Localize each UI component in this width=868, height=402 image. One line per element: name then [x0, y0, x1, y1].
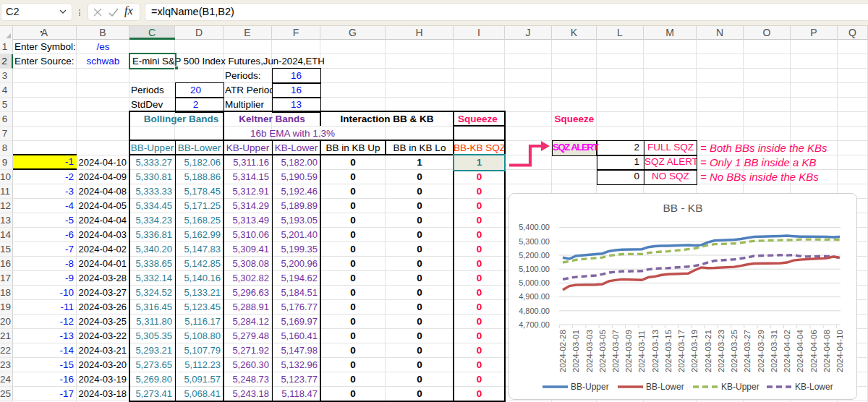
svg-text:2024-04-10: 2024-04-10 — [835, 330, 844, 372]
svg-text:2024-03-27: 2024-03-27 — [743, 330, 752, 372]
svg-text:2024-03-15: 2024-03-15 — [664, 330, 673, 372]
svg-text:4,800.00: 4,800.00 — [519, 307, 550, 315]
svg-text:2024-02-28: 2024-02-28 — [558, 330, 567, 372]
svg-text:2024-03-21: 2024-03-21 — [704, 330, 712, 372]
svg-text:5,400.00: 5,400.00 — [519, 223, 550, 231]
svg-text:2024-03-19: 2024-03-19 — [690, 330, 699, 372]
svg-text:2024-03-11: 2024-03-11 — [637, 330, 646, 372]
svg-text:2024-03-17: 2024-03-17 — [677, 330, 686, 372]
svg-text:2024-03-31: 2024-03-31 — [770, 330, 778, 372]
svg-text:5,200.00: 5,200.00 — [519, 251, 550, 260]
svg-text:2024-03-09: 2024-03-09 — [624, 330, 633, 372]
svg-text:BB-Lower: BB-Lower — [646, 382, 684, 392]
svg-text:4,900.00: 4,900.00 — [519, 292, 550, 301]
svg-text:2024-03-05: 2024-03-05 — [598, 330, 607, 372]
svg-text:2024-03-03: 2024-03-03 — [585, 330, 594, 372]
svg-text:2024-04-08: 2024-04-08 — [822, 330, 831, 372]
svg-text:KB-Upper: KB-Upper — [721, 382, 760, 392]
svg-text:2024-03-23: 2024-03-23 — [717, 330, 726, 372]
svg-text:BB-Upper: BB-Upper — [571, 382, 609, 392]
svg-text:2024-04-02: 2024-04-02 — [783, 330, 791, 372]
svg-text:KB-Lower: KB-Lower — [795, 382, 833, 392]
svg-text:BB - KB: BB - KB — [663, 202, 702, 214]
svg-text:2024-03-13: 2024-03-13 — [651, 330, 660, 372]
svg-text:2024-04-04: 2024-04-04 — [796, 330, 804, 372]
svg-text:2024-03-29: 2024-03-29 — [757, 330, 765, 372]
svg-text:5,100.00: 5,100.00 — [519, 265, 550, 273]
svg-text:5,000.00: 5,000.00 — [519, 278, 550, 287]
svg-text:5,300.00: 5,300.00 — [519, 237, 550, 246]
svg-text:2024-03-07: 2024-03-07 — [611, 330, 620, 372]
svg-text:2024-04-06: 2024-04-06 — [809, 330, 818, 372]
svg-text:4,700.00: 4,700.00 — [519, 320, 550, 329]
svg-text:2024-03-01: 2024-03-01 — [571, 330, 580, 372]
svg-text:2024-03-25: 2024-03-25 — [730, 330, 739, 372]
